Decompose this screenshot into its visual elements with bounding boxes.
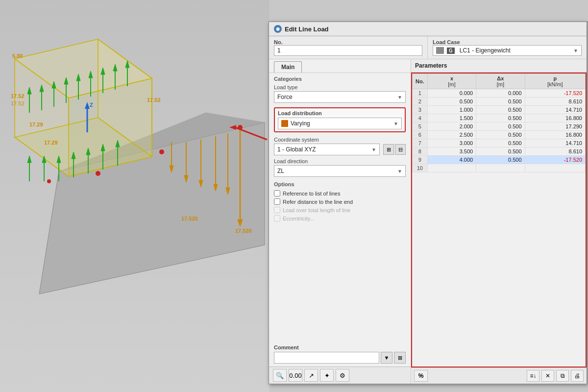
cell-p: 17.290 <box>525 122 585 131</box>
print-btn[interactable]: 🖨 <box>571 370 584 382</box>
col-p-header: p[kN/m] <box>525 74 585 89</box>
cell-dx: 0.500 <box>476 147 525 156</box>
params-header: Parameters <box>411 59 587 73</box>
cell-p: 14.710 <box>525 106 585 114</box>
table-row[interactable]: 83.5000.5008.610 <box>413 147 586 156</box>
comment-input[interactable] <box>274 352 379 364</box>
svg-point-44 <box>159 149 164 154</box>
cell-no: 10 <box>413 164 428 172</box>
load-type-dropdown[interactable]: Force ▼ <box>274 91 406 103</box>
cell-dx: 0.500 <box>476 139 525 147</box>
table-row[interactable]: 20.5000.5008.610 <box>413 98 586 106</box>
load-dir-arrow: ▼ <box>397 169 402 174</box>
cell-p: -17.520 <box>525 156 585 164</box>
toolbar-star-btn[interactable]: ✦ <box>320 369 334 382</box>
table-row[interactable]: 62.5000.50016.800 <box>413 131 586 139</box>
option-load-over-row: Load over total length of line <box>274 206 406 214</box>
load-dir-row: Load direction ZL ▼ <box>269 157 411 178</box>
table-row[interactable]: 52.0000.50017.290 <box>413 122 586 131</box>
cell-x <box>427 164 476 172</box>
load-dist-label: Load distribution <box>278 110 402 116</box>
table-row[interactable]: 10 <box>413 164 586 172</box>
svg-point-43 <box>96 171 100 176</box>
right-panel: Parameters No. x[m] Δx[m] p[kN/m] 10.000… <box>411 59 587 384</box>
load-dir-value: ZL <box>277 168 284 174</box>
copy-btn[interactable]: ⧉ <box>556 370 569 382</box>
toolbar-arrow-btn[interactable]: ↗ <box>304 369 318 382</box>
table-row[interactable]: 94.0000.500-17.520 <box>413 156 586 164</box>
svg-text:Z: Z <box>90 102 93 108</box>
table-row[interactable]: 31.0000.50014.710 <box>413 106 586 114</box>
coord-icon-btn-1[interactable]: ⊞ <box>383 144 394 155</box>
comment-expand-btn[interactable]: ▼ <box>381 352 392 364</box>
load-dist-value: Varying <box>291 120 310 127</box>
percent-btn[interactable]: % <box>414 370 428 382</box>
bottom-toolbar: 🔍 0.00 ↗ ✦ ⚙ <box>269 367 411 384</box>
no-field-container: No. <box>269 36 428 59</box>
cell-p <box>525 164 585 172</box>
options-section: Options Reference to list of lines Refer… <box>269 178 411 225</box>
spacer <box>269 225 411 342</box>
cell-no: 6 <box>413 131 428 139</box>
lc-text: LC1 - Eigengewicht <box>460 47 570 54</box>
cell-dx: 0.000 <box>476 89 525 98</box>
load-type-value: Force <box>277 94 293 100</box>
params-table: No. x[m] Δx[m] p[kN/m] 10.0000.000-17.52… <box>412 74 586 172</box>
load-case-dropdown[interactable]: G LC1 - Eigengewicht ▼ <box>433 45 582 56</box>
svg-text:17.520: 17.520 <box>235 228 252 234</box>
cell-x: 2.500 <box>427 131 476 139</box>
option-eccentricity-checkbox[interactable] <box>274 215 280 221</box>
option-refer-dist-label: Refer distance to the line end <box>283 199 353 205</box>
toolbar-gear-btn[interactable]: ⚙ <box>336 369 349 382</box>
col-no-header: No. <box>413 74 428 89</box>
cell-dx: 0.500 <box>476 114 525 122</box>
svg-text:17.520: 17.520 <box>181 216 198 221</box>
coord-value: 1 - Global XYZ <box>277 146 316 153</box>
cell-x: 3.500 <box>427 147 476 156</box>
cell-p: 8.610 <box>525 98 585 106</box>
no-input[interactable] <box>274 45 422 56</box>
tab-main[interactable]: Main <box>274 61 302 73</box>
cell-p: -17.520 <box>525 89 585 98</box>
load-dist-dropdown[interactable]: Varying ▼ <box>278 118 402 129</box>
table-row[interactable]: 41.5000.50016.800 <box>413 114 586 122</box>
load-dist-arrow: ▼ <box>393 121 398 126</box>
option-load-over-checkbox[interactable] <box>274 207 280 213</box>
svg-text:17.29: 17.29 <box>29 122 43 127</box>
toolbar-search-btn[interactable]: 🔍 <box>273 369 287 382</box>
comment-label: Comment <box>274 344 406 350</box>
option-ref-lines-label: Reference to list of lines <box>283 191 340 196</box>
load-dist-text: Varying <box>281 120 393 127</box>
svg-text:5.00: 5.00 <box>12 53 23 59</box>
cell-x: 4.000 <box>427 156 476 164</box>
option-load-over-label: Load over total length of line <box>283 207 350 213</box>
cell-no: 2 <box>413 98 428 106</box>
cell-p: 8.610 <box>525 147 585 156</box>
option-ref-lines-checkbox[interactable] <box>274 190 280 196</box>
svg-text:17.29: 17.29 <box>44 140 58 146</box>
option-refer-dist-checkbox[interactable] <box>274 198 280 205</box>
svg-text:17.52: 17.52 <box>11 93 24 99</box>
cell-dx: 0.500 <box>476 106 525 114</box>
dialog-body: Main Categories Load type Force ▼ Load d… <box>269 59 587 384</box>
toolbar-number-btn[interactable]: 0.00 <box>289 369 302 382</box>
dialog-top-fields: No. Load Case G LC1 - Eigengewicht ▼ <box>269 36 587 59</box>
cell-dx: 0.500 <box>476 122 525 131</box>
coord-dropdown[interactable]: 1 - Global XYZ ▼ <box>274 144 380 155</box>
load-dir-dropdown[interactable]: ZL ▼ <box>274 165 406 177</box>
table-row[interactable]: 10.0000.000-17.520 <box>413 89 586 98</box>
load-case-field-container: Load Case G LC1 - Eigengewicht ▼ <box>428 36 587 59</box>
cell-dx <box>476 164 525 172</box>
table-row[interactable]: 73.0000.50014.710 <box>413 139 586 147</box>
comment-clear-btn[interactable]: ⊠ <box>394 352 406 364</box>
cell-x: 0.500 <box>427 98 476 106</box>
cell-p: 14.710 <box>525 139 585 147</box>
option-eccentricity-label: Eccentricity... <box>283 216 315 221</box>
cell-dx: 0.500 <box>476 98 525 106</box>
params-table-header-row: No. x[m] Δx[m] p[kN/m] <box>413 74 586 89</box>
sort-btn[interactable]: ≡↓ <box>527 370 539 382</box>
delete-btn[interactable]: ✕ <box>541 370 554 382</box>
cell-x: 1.500 <box>427 114 476 122</box>
tabs-row: Main <box>269 59 411 73</box>
coord-icon-btn-2[interactable]: ⊟ <box>395 144 406 155</box>
